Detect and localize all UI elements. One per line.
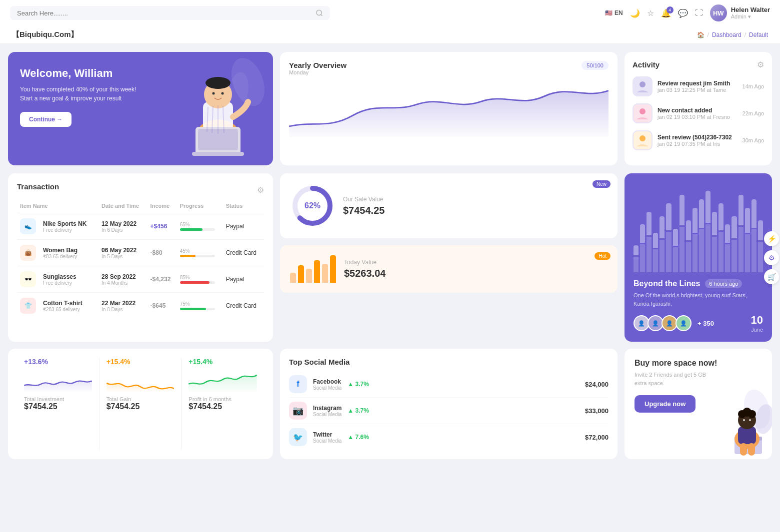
tx-item-icon-1: 👜: [20, 245, 36, 261]
today-badge: Hot: [594, 252, 610, 260]
progress-bar-3: [180, 308, 215, 310]
col-income: Income: [148, 203, 177, 213]
row3: +13.6% Total Investment $7454.25 +15.4%: [8, 349, 772, 459]
bar-item: [680, 195, 684, 272]
nav-language[interactable]: 🇺🇸 EN: [605, 9, 623, 16]
welcome-card: Welcome, William You have completed 40% …: [8, 52, 273, 165]
yearly-badge: 50/100: [582, 61, 608, 70]
home-icon[interactable]: 🏠: [697, 31, 704, 38]
user-menu[interactable]: HW Helen Walter Admin ▾: [710, 4, 770, 21]
svg-point-34: [748, 410, 756, 418]
cart-icon[interactable]: 🛒: [764, 269, 779, 284]
beyond-info: Beyond the Lines 6 hours ago One Of the …: [634, 279, 763, 333]
bar-item: [634, 245, 638, 272]
sale-value-card: New 62% Our Sale Value $7454.25: [280, 173, 618, 238]
svg-rect-12: [192, 152, 244, 156]
sparkline-svg-2: [188, 370, 257, 392]
activity-settings-icon[interactable]: ⚙: [757, 60, 764, 69]
beyond-desc: One Of the world,s brightest, young surf…: [634, 291, 763, 308]
activity-text-0: Review request jim Smith jan 03 19 12:25…: [658, 80, 738, 93]
darkmode-toggle[interactable]: 🌙: [630, 8, 640, 18]
today-info: Today Value $5263.04: [344, 259, 386, 279]
activity-item-1: New contact added jan 02 19 03:10 PM at …: [632, 103, 764, 123]
social-item-1: 📷 Instagram Social Media ▲ 3.7% $33,000: [289, 398, 608, 424]
activity-item-2: Sent review (504)236-7302 jan 02 19 07:3…: [632, 130, 764, 150]
search-input[interactable]: [17, 9, 312, 17]
right-action-icons: ⚡ ⚙ 🛒: [764, 231, 779, 284]
bar-item: [725, 224, 730, 272]
sale-info: Our Sale Value $7454.25: [343, 196, 384, 216]
transaction-card: Transaction ⚙ Item Name Date and Time In…: [8, 173, 273, 342]
bar-item: [712, 212, 717, 272]
buyspace-title: Buy more space now!: [634, 359, 762, 368]
table-row: 🕶️ Sunglasses Free delivery 28 Sep 2022 …: [17, 266, 264, 293]
row2: Transaction ⚙ Item Name Date and Time In…: [8, 173, 772, 342]
messages-button[interactable]: 💬: [678, 8, 688, 18]
upgrade-button[interactable]: Upgrade now: [634, 395, 696, 413]
beyond-title: Beyond the Lines: [634, 279, 700, 288]
filter-icon[interactable]: ⚡: [764, 231, 779, 246]
transaction-table: Item Name Date and Time Income Progress …: [17, 203, 264, 319]
activity-thumb-2: [632, 130, 652, 150]
instagram-icon: 📷: [289, 402, 307, 420]
activity-time-2: 30m Ago: [742, 137, 764, 143]
sparkline-item-0: +13.6% Total Investment $7454.25: [17, 358, 100, 450]
svg-rect-37: [740, 443, 747, 456]
progress-bar-2: [180, 281, 215, 284]
yearly-chart: [289, 82, 608, 137]
svg-line-1: [320, 14, 322, 16]
social-card: Top Social Media f Facebook Social Media…: [280, 349, 618, 459]
tx-item-icon-0: 👟: [20, 218, 36, 234]
activity-time-0: 14m Ago: [742, 83, 764, 89]
social-growth-2: ▲ 7.6%: [348, 434, 372, 441]
sparkline-item-2: +15.4% Profit in 6 months $7454.25: [182, 358, 264, 450]
col-status: Status: [223, 203, 264, 213]
star-button[interactable]: ☆: [647, 8, 654, 18]
social-growth-1: ▲ 3.7%: [348, 407, 372, 414]
svg-rect-30: [738, 427, 756, 444]
svg-point-22: [640, 135, 646, 141]
beyond-bar-card: Beyond the Lines 6 hours ago One Of the …: [624, 173, 772, 342]
social-value-2: $72,000: [585, 434, 608, 441]
sale-donut: 62%: [290, 183, 335, 228]
activity-item-0: Review request jim Smith jan 03 19 12:25…: [632, 76, 764, 96]
today-mini-chart: [290, 255, 336, 283]
social-growth-0: ▲ 3.7%: [348, 381, 372, 388]
transaction-settings-icon[interactable]: ⚙: [257, 185, 264, 195]
brand-logo: 【Biqubiqu.Com】: [12, 30, 78, 39]
activity-text-1: New contact added jan 02 19 03:10 PM at …: [658, 107, 738, 120]
bar-item: [718, 203, 724, 272]
nav-icons: 🇺🇸 EN 🌙 ☆ 🔔 4 💬 ⛶ HW Helen Walter Admin …: [605, 4, 770, 21]
table-row: 👜 Women Bag ₹83.65 delivery 06 May 2022 …: [17, 240, 264, 266]
bar-item: [640, 224, 645, 272]
notifications-button[interactable]: 🔔 4: [661, 8, 671, 18]
person-illustration: [168, 52, 268, 157]
progress-bar-1: [180, 255, 215, 257]
bar-item: [653, 233, 658, 272]
svg-point-18: [640, 81, 646, 87]
bar-item: [660, 216, 664, 272]
user-details: Helen Walter Admin ▾: [731, 6, 770, 20]
beyond-count: + 350: [698, 320, 714, 327]
continue-button[interactable]: Continue →: [20, 112, 72, 127]
sparkline-svg-0: [24, 370, 92, 392]
activity-time-1: 22m Ago: [742, 110, 764, 116]
breadcrumb-bar: 【Biqubiqu.Com】 🏠 / Dashboard / Default: [0, 26, 780, 44]
avatar: HW: [710, 4, 727, 21]
settings-icon[interactable]: ⚙: [764, 250, 779, 265]
bar-item: [666, 203, 671, 272]
search-bar[interactable]: [10, 6, 330, 20]
col-item-name: Item Name: [17, 203, 98, 213]
welcome-illustration: [168, 52, 268, 165]
table-row: 👟 Nike Sports NK Free delivery 12 May 20…: [17, 213, 264, 240]
search-icon: [316, 9, 323, 17]
today-value-card: Hot Today Value $5263.04: [280, 245, 618, 293]
bar-item: [699, 199, 704, 272]
sparkline-svg-1: [106, 370, 174, 392]
social-info-1: Instagram Social Media: [313, 405, 342, 417]
svg-point-8: [212, 92, 215, 95]
fullscreen-button[interactable]: ⛶: [695, 8, 703, 17]
yearly-header: Yearly Overview Monday 50/100: [289, 61, 608, 80]
svg-point-0: [316, 10, 322, 15]
social-value-0: $24,000: [585, 381, 608, 388]
